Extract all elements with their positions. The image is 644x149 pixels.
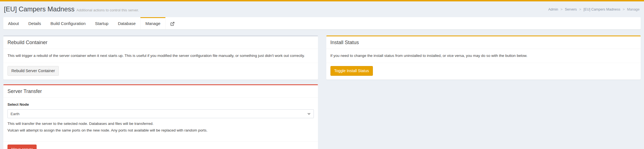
page-subtitle: Additional actions to control this serve… bbox=[77, 8, 139, 12]
external-link-icon[interactable] bbox=[166, 17, 179, 29]
tab-manage[interactable]: Manage bbox=[140, 17, 165, 29]
breadcrumb-separator: > bbox=[623, 7, 625, 11]
transfer-note-line2: Vulcan will attempt to assign the same p… bbox=[7, 128, 314, 133]
tab-about[interactable]: About bbox=[3, 17, 24, 29]
page-header: [EU] Campers MadnessAdditional actions t… bbox=[0, 1, 644, 14]
tab-details[interactable]: Details bbox=[24, 17, 46, 29]
install-status-title: Install Status bbox=[330, 39, 637, 46]
move-server-button[interactable]: Move server bbox=[7, 145, 37, 149]
node-select-wrapper: Earth bbox=[7, 109, 314, 118]
rebuild-container-footer: Rebuild Server Container bbox=[3, 63, 318, 80]
server-transfer-header: Server Transfer bbox=[3, 85, 318, 98]
tab-database[interactable]: Database bbox=[113, 17, 140, 29]
server-transfer-panel: Server Transfer Select Node Earth This w… bbox=[3, 84, 318, 149]
rebuild-container-title: Rebuild Container bbox=[7, 39, 314, 46]
install-status-header: Install Status bbox=[326, 36, 641, 49]
toggle-install-status-button[interactable]: Toggle Install Status bbox=[330, 66, 373, 76]
install-status-panel: Install Status If you need to change the… bbox=[326, 36, 641, 80]
node-select[interactable]: Earth bbox=[7, 109, 314, 118]
breadcrumb-servers[interactable]: Servers bbox=[565, 7, 577, 11]
transfer-note-line1: This will transfer the server to the sel… bbox=[7, 121, 314, 127]
install-status-description: If you need to change the install status… bbox=[326, 49, 641, 63]
rebuild-container-description: This will trigger a rebuild of the serve… bbox=[3, 49, 318, 63]
rebuild-server-container-button[interactable]: Rebuild Server Container bbox=[7, 66, 59, 76]
left-column: Rebuild Container This will trigger a re… bbox=[3, 36, 318, 149]
breadcrumb-admin[interactable]: Admin bbox=[548, 7, 558, 11]
server-tab-bar: About Details Build Configuration Startu… bbox=[3, 17, 641, 29]
rebuild-container-header: Rebuild Container bbox=[3, 36, 318, 49]
install-status-footer: Toggle Install Status bbox=[326, 63, 641, 80]
breadcrumb-separator: > bbox=[579, 7, 581, 11]
server-transfer-title: Server Transfer bbox=[7, 88, 314, 94]
tab-startup[interactable]: Startup bbox=[90, 17, 113, 29]
breadcrumb-separator: > bbox=[561, 7, 562, 11]
server-transfer-footer: Move server bbox=[3, 141, 318, 149]
select-node-label: Select Node bbox=[7, 102, 314, 107]
tab-build-configuration[interactable]: Build Configuration bbox=[46, 17, 90, 29]
breadcrumb-manage: Manage bbox=[627, 7, 640, 11]
breadcrumb-server-name[interactable]: [EU] Campers Madness bbox=[584, 7, 620, 11]
server-name: [EU] Campers Madness bbox=[4, 5, 75, 13]
right-column: Install Status If you need to change the… bbox=[326, 36, 641, 84]
content-area: Rebuild Container This will trigger a re… bbox=[0, 29, 644, 149]
breadcrumb: Admin > Servers > [EU] Campers Madness >… bbox=[548, 5, 640, 11]
server-transfer-body: Select Node Earth This will transfer the… bbox=[3, 98, 318, 142]
rebuild-container-panel: Rebuild Container This will trigger a re… bbox=[3, 36, 318, 80]
page-title: [EU] Campers MadnessAdditional actions t… bbox=[4, 5, 139, 14]
